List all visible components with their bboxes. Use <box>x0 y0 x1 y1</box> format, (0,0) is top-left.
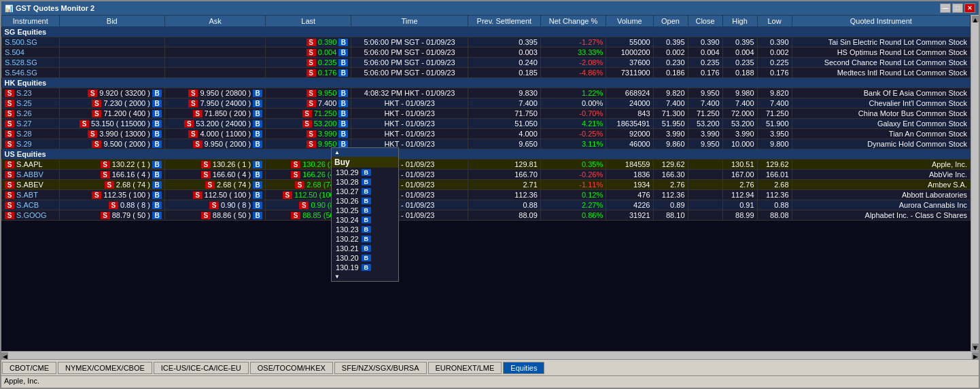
btn-btn-s[interactable]: S <box>201 212 211 219</box>
btn-btn-s[interactable]: S <box>188 100 198 107</box>
btn-btn-s[interactable]: S <box>5 161 14 168</box>
btn-btn-b[interactable]: B <box>338 69 348 77</box>
btn-btn-b[interactable]: B <box>338 110 348 117</box>
btn-btn-s[interactable]: S <box>299 202 309 209</box>
btn-btn-s[interactable]: S <box>5 130 14 138</box>
btn-btn-b[interactable]: B <box>152 100 162 107</box>
btn-btn-s[interactable]: S <box>80 120 89 128</box>
btn-btn-s[interactable]: S <box>209 202 219 209</box>
popup-b-btn[interactable]: B <box>362 217 371 223</box>
btn-btn-s[interactable]: S <box>5 212 14 219</box>
btn-btn-s[interactable]: S <box>105 181 114 189</box>
btn-btn-b[interactable]: B <box>152 171 162 179</box>
vertical-scrollbar[interactable]: ▲ ▼ <box>970 15 979 351</box>
btn-btn-b[interactable]: B <box>152 212 162 219</box>
tab-item[interactable]: Equities <box>503 362 544 374</box>
btn-btn-s[interactable]: S <box>302 120 312 128</box>
btn-btn-b[interactable]: B <box>152 161 162 168</box>
btn-btn-s[interactable]: S <box>193 141 203 148</box>
horizontal-scrollbar[interactable]: ◄ ► <box>1 351 979 359</box>
btn-btn-b[interactable]: B <box>152 141 162 148</box>
btn-btn-b[interactable]: B <box>253 141 262 148</box>
scroll-up-arrow[interactable]: ▲ <box>972 16 979 22</box>
popup-b-btn[interactable]: B <box>362 264 371 271</box>
popup-item[interactable]: 130.19 B <box>332 263 398 272</box>
btn-btn-b[interactable]: B <box>338 59 348 67</box>
btn-btn-s[interactable]: S <box>5 191 14 199</box>
btn-btn-b[interactable]: B <box>152 181 162 189</box>
btn-btn-b[interactable]: B <box>152 120 162 128</box>
btn-btn-b[interactable]: B <box>253 110 262 117</box>
btn-btn-s[interactable]: S <box>302 110 312 117</box>
popup-b-btn[interactable]: B <box>362 207 371 214</box>
tab-item[interactable]: SFE/NZX/SGX/BURSA <box>334 362 427 374</box>
btn-btn-s[interactable]: S <box>188 90 198 97</box>
btn-btn-b[interactable]: B <box>338 39 348 46</box>
btn-btn-s[interactable]: S <box>101 212 110 219</box>
popup-b-btn[interactable]: B <box>362 179 371 185</box>
btn-btn-b[interactable]: B <box>253 212 262 219</box>
tab-item[interactable]: EURONEXT/LME <box>428 362 502 374</box>
btn-btn-s[interactable]: S <box>205 181 215 189</box>
btn-btn-s[interactable]: S <box>295 181 304 189</box>
btn-btn-s[interactable]: S <box>88 90 97 97</box>
tab-item[interactable]: ICE-US/ICE-CA/ICE-EU <box>154 362 249 374</box>
tab-item[interactable]: CBOT/CME <box>2 362 56 374</box>
btn-btn-s[interactable]: S <box>307 59 316 67</box>
btn-btn-s[interactable]: S <box>92 191 101 199</box>
btn-btn-b[interactable]: B <box>253 100 262 107</box>
btn-btn-b[interactable]: B <box>338 100 348 107</box>
btn-btn-b[interactable]: B <box>253 130 262 138</box>
scroll-right-arrow[interactable]: ► <box>972 352 979 359</box>
btn-btn-s[interactable]: S <box>307 39 316 46</box>
tab-item[interactable]: NYMEX/COMEX/CBOE <box>58 362 152 374</box>
btn-btn-s[interactable]: S <box>5 171 14 179</box>
tab-item[interactable]: OSE/TOCOM/HKEX <box>250 362 333 374</box>
btn-btn-s[interactable]: S <box>5 120 14 128</box>
popup-item[interactable]: 130.25 B <box>332 206 398 215</box>
btn-btn-s[interactable]: S <box>201 171 211 179</box>
btn-btn-s[interactable]: S <box>291 161 300 168</box>
popup-b-btn[interactable]: B <box>362 169 371 176</box>
popup-b-btn[interactable]: B <box>362 198 371 204</box>
btn-btn-b[interactable]: B <box>253 191 262 199</box>
btn-btn-b[interactable]: B <box>338 49 348 56</box>
btn-btn-s[interactable]: S <box>291 212 300 219</box>
btn-btn-s[interactable]: S <box>307 100 316 107</box>
btn-btn-b[interactable]: B <box>152 90 162 97</box>
btn-btn-s[interactable]: S <box>101 161 110 168</box>
btn-btn-s[interactable]: S <box>307 130 316 138</box>
popup-item[interactable]: 130.24 B <box>332 215 398 225</box>
popup-b-btn[interactable]: B <box>362 188 371 195</box>
btn-btn-s[interactable]: S <box>92 110 101 117</box>
btn-btn-s[interactable]: S <box>5 202 14 209</box>
btn-btn-s[interactable]: S <box>88 130 97 138</box>
popup-b-btn[interactable]: B <box>362 255 371 261</box>
btn-btn-s[interactable]: S <box>201 161 211 168</box>
btn-btn-s[interactable]: S <box>307 90 316 97</box>
btn-btn-b[interactable]: B <box>152 130 162 138</box>
scroll-down-arrow[interactable]: ▼ <box>972 344 979 350</box>
table-scroll[interactable]: Instrument Bid Ask Last Time Prev. Settl… <box>1 15 970 351</box>
btn-btn-b[interactable]: B <box>338 120 348 128</box>
popup-item[interactable]: 130.22 B <box>332 234 398 244</box>
btn-btn-b[interactable]: B <box>253 181 262 189</box>
btn-btn-b[interactable]: B <box>253 171 262 179</box>
btn-btn-s[interactable]: S <box>5 100 14 107</box>
btn-btn-s[interactable]: S <box>283 191 292 199</box>
btn-btn-s[interactable]: S <box>5 141 14 148</box>
close-button[interactable]: ✕ <box>964 3 975 13</box>
scroll-left-arrow[interactable]: ◄ <box>1 352 8 359</box>
btn-btn-s[interactable]: S <box>193 191 203 199</box>
btn-btn-s[interactable]: S <box>5 110 14 117</box>
btn-btn-b[interactable]: B <box>152 202 162 209</box>
popup-item[interactable]: 130.29 B <box>332 168 398 177</box>
btn-btn-b[interactable]: B <box>338 90 348 97</box>
btn-btn-s[interactable]: S <box>92 141 101 148</box>
btn-btn-s[interactable]: S <box>307 141 316 148</box>
popup-item[interactable]: 130.20 B <box>332 253 398 263</box>
btn-btn-s[interactable]: S <box>101 171 110 179</box>
btn-btn-s[interactable]: S <box>188 130 198 138</box>
popup-item[interactable]: 130.23 B <box>332 225 398 234</box>
btn-btn-s[interactable]: S <box>193 110 203 117</box>
